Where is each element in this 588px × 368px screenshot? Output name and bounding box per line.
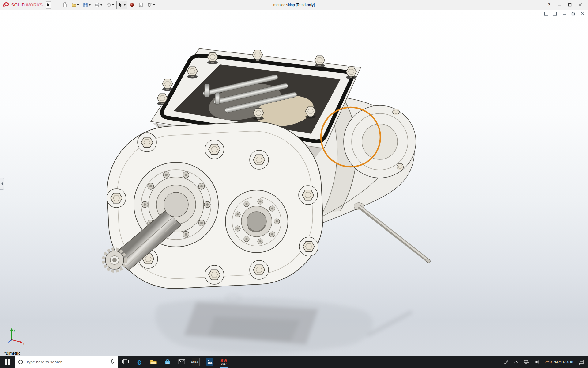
open-folder-icon: [71, 2, 76, 7]
properties-button[interactable]: [137, 1, 145, 9]
photos-button[interactable]: [203, 356, 217, 368]
window-controls: ?: [545, 1, 588, 9]
select-dropdown-caret[interactable]: [124, 4, 126, 6]
titlebar: SOLIDWORKS: [0, 0, 588, 10]
doc-restore-button[interactable]: [570, 11, 576, 16]
store-button[interactable]: [160, 356, 175, 368]
new-document-button[interactable]: [61, 1, 69, 9]
taskbar-search[interactable]: [15, 356, 118, 368]
file-explorer-icon: [150, 359, 157, 365]
output-bearing-boss: [225, 190, 288, 253]
model-viewport[interactable]: [0, 10, 588, 356]
windows-ink-button[interactable]: [503, 359, 510, 364]
solidworks-logo: SOLIDWORKS: [0, 2, 44, 8]
solidworks-window: SOLIDWORKS: [0, 0, 588, 368]
system-tray: 2:40 PM 7/11/2018: [503, 356, 588, 368]
undo-button[interactable]: [105, 1, 115, 9]
network-button[interactable]: [523, 360, 530, 364]
pen-icon: [504, 359, 509, 364]
help-button[interactable]: ?: [545, 1, 553, 9]
task-view-icon: [122, 358, 129, 365]
task-view-button[interactable]: [118, 356, 132, 368]
network-icon: [524, 360, 529, 364]
view-orientation-label: *Dimetric: [4, 351, 21, 355]
start-button[interactable]: [0, 356, 15, 368]
print-dropdown-caret[interactable]: [100, 4, 102, 6]
command-prompt-icon: &gt;_: [192, 358, 200, 366]
taskbar-clock[interactable]: 2:40 PM 7/11/2018: [544, 360, 574, 364]
properties-sheet-icon: [138, 2, 143, 7]
hidden-icons-button[interactable]: [514, 360, 519, 363]
pane-toggle-left-button[interactable]: [543, 11, 549, 16]
resources-sphere-icon: [130, 2, 134, 7]
file-explorer-button[interactable]: [146, 356, 160, 368]
toolbar-separator: [58, 2, 58, 8]
microphone-icon[interactable]: [110, 359, 115, 365]
options-button[interactable]: [146, 1, 156, 9]
pane-right-icon: [553, 12, 557, 16]
volume-icon: [534, 360, 540, 364]
maximize-button[interactable]: [566, 1, 574, 9]
clock-date: 7/11/2018: [558, 360, 573, 364]
doc-restore-icon: [571, 12, 575, 16]
solidworks-year: 2017: [221, 363, 227, 365]
close-button[interactable]: [576, 1, 584, 9]
resources-button[interactable]: [128, 1, 136, 9]
command-prompt-button[interactable]: &gt;_: [189, 356, 203, 368]
chevron-up-icon: [514, 360, 518, 363]
store-icon: [164, 358, 171, 365]
save-dropdown-caret[interactable]: [89, 4, 91, 6]
search-input[interactable]: [26, 360, 107, 364]
menu-flyout-button[interactable]: [46, 1, 51, 9]
open-dropdown-caret[interactable]: [77, 4, 79, 6]
ds-logo-icon: [2, 2, 10, 8]
gear-icon: [147, 2, 152, 7]
solidworks-mark: SW: [221, 358, 227, 362]
pane-toggle-right-button[interactable]: [552, 11, 558, 16]
action-center-icon: [579, 359, 584, 365]
gearbox-model: [104, 48, 431, 292]
windows-taskbar: e &gt;_: [0, 356, 588, 368]
doc-close-icon: [581, 12, 585, 16]
pane-left-icon: [544, 12, 548, 16]
solidworks-2017-icon: SW 2017: [220, 358, 228, 366]
document-title: menjac sklop [Read-only]: [273, 3, 315, 7]
volume-button[interactable]: [534, 360, 540, 364]
undo-icon: [106, 2, 111, 7]
doc-minimize-button[interactable]: [561, 11, 567, 16]
doc-minimize-icon: [562, 12, 566, 16]
help-icon: ?: [548, 2, 550, 7]
photos-icon: [206, 358, 214, 366]
brand-text-works: WORKS: [26, 2, 43, 7]
triad-x-label: x: [23, 342, 24, 345]
solidworks-2017-button[interactable]: SW 2017: [217, 356, 231, 368]
open-button[interactable]: [70, 1, 81, 9]
doc-close-button[interactable]: [579, 11, 586, 16]
edge-button[interactable]: e: [132, 356, 146, 368]
document-window-controls: [543, 11, 586, 16]
options-dropdown-caret[interactable]: [153, 4, 155, 6]
featuremanager-collapsed-tab[interactable]: [0, 178, 4, 190]
triad-y-label: y: [14, 328, 15, 332]
undo-dropdown-caret[interactable]: [112, 4, 114, 6]
select-tool-button[interactable]: [116, 1, 127, 9]
new-document-icon: [62, 2, 67, 7]
graphics-viewport[interactable]: y x *Dimetric: [0, 10, 588, 356]
print-icon: [95, 2, 100, 7]
cortana-icon: [18, 359, 23, 365]
model-reflection: [155, 295, 412, 354]
minimize-icon: [558, 3, 561, 7]
save-button[interactable]: [81, 1, 92, 9]
maximize-icon: [568, 3, 572, 7]
action-center-button[interactable]: [578, 359, 585, 365]
mail-button[interactable]: [175, 356, 189, 368]
quick-toolbar: [57, 1, 156, 9]
minimize-button[interactable]: [556, 1, 564, 9]
clock-time: 2:40 PM: [545, 360, 558, 364]
edge-icon: e: [137, 358, 141, 366]
print-button[interactable]: [93, 1, 104, 9]
brand-text-solid: SOLID: [11, 2, 25, 7]
select-cursor-icon: [118, 2, 123, 7]
expand-pane-arrow-icon: [1, 182, 3, 185]
mail-icon: [178, 359, 185, 365]
